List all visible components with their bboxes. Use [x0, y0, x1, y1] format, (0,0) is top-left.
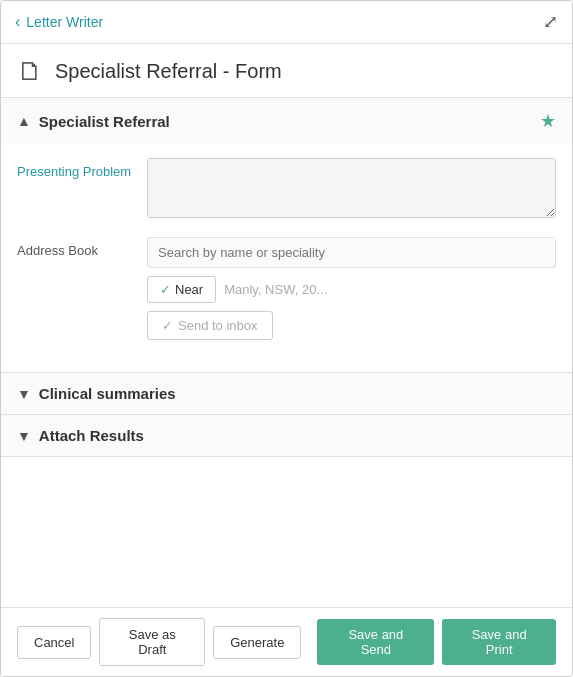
near-label: Near [175, 282, 203, 297]
footer: Cancel Save as Draft Generate Save and S… [1, 607, 572, 676]
clinical-summaries-left: ▼ Clinical summaries [17, 385, 176, 402]
header: ‹ Letter Writer ⤢ [1, 1, 572, 44]
save-print-button[interactable]: Save and Print [442, 619, 556, 665]
clinical-summaries-section[interactable]: ▼ Clinical summaries [1, 373, 572, 415]
presenting-problem-textarea[interactable] [147, 158, 556, 218]
search-input[interactable] [147, 237, 556, 268]
near-filter-button[interactable]: ✓ Near [147, 276, 216, 303]
address-book-control: ✓ Near Manly, NSW, 20... ✓ Send to inbox [147, 237, 556, 340]
specialist-referral-section: ▲ Specialist Referral ★ Presenting Probl… [1, 98, 572, 373]
specialist-referral-header[interactable]: ▲ Specialist Referral ★ [1, 98, 572, 144]
document-icon: 🗋 [17, 56, 43, 87]
generate-button[interactable]: Generate [213, 626, 301, 659]
attach-results-label: Attach Results [39, 427, 144, 444]
expand-icon[interactable]: ⤢ [543, 11, 558, 33]
address-book-row: Address Book ✓ Near Manly, NSW, 20... ✓ [17, 237, 556, 340]
clinical-chevron-down-icon: ▼ [17, 386, 31, 402]
back-button[interactable]: ‹ Letter Writer [15, 13, 103, 31]
presenting-problem-row: Presenting Problem [17, 158, 556, 221]
specialist-referral-body: Presenting Problem Address Book ✓ Near M… [1, 144, 572, 372]
check-gray-icon: ✓ [162, 318, 173, 333]
chevron-left-icon: ‹ [15, 13, 20, 31]
send-to-inbox-button[interactable]: ✓ Send to inbox [147, 311, 273, 340]
page-title: Specialist Referral - Form [55, 60, 282, 83]
send-to-inbox-row: ✓ Send to inbox [147, 311, 556, 340]
main-window: ‹ Letter Writer ⤢ 🗋 Specialist Referral … [0, 0, 573, 677]
send-to-inbox-label: Send to inbox [178, 318, 258, 333]
filter-row: ✓ Near Manly, NSW, 20... [147, 276, 556, 303]
attach-chevron-down-icon: ▼ [17, 428, 31, 444]
save-draft-button[interactable]: Save as Draft [99, 618, 205, 666]
address-book-label: Address Book [17, 237, 147, 258]
location-text: Manly, NSW, 20... [224, 282, 327, 297]
star-icon[interactable]: ★ [540, 110, 556, 132]
title-row: 🗋 Specialist Referral - Form [1, 44, 572, 98]
clinical-summaries-label: Clinical summaries [39, 385, 176, 402]
section-chevron-up-icon: ▲ [17, 113, 31, 129]
presenting-problem-control [147, 158, 556, 221]
section-header-left: ▲ Specialist Referral [17, 113, 170, 130]
save-send-button[interactable]: Save and Send [317, 619, 434, 665]
presenting-problem-label: Presenting Problem [17, 158, 147, 179]
specialist-referral-label: Specialist Referral [39, 113, 170, 130]
back-label: Letter Writer [26, 14, 103, 30]
attach-results-left: ▼ Attach Results [17, 427, 144, 444]
attach-results-section[interactable]: ▼ Attach Results [1, 415, 572, 457]
check-icon: ✓ [160, 282, 171, 297]
cancel-button[interactable]: Cancel [17, 626, 91, 659]
